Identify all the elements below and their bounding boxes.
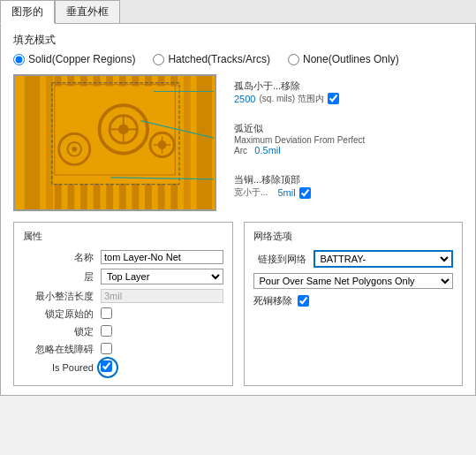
prop-name-row: 名称 [23,250,223,264]
properties-panel: 属性 名称 层 Top Layer Bottom Layer 最小整洁长度 [13,222,233,386]
arc-annotation: 弧近似 Maximum Deviation From Perfect Arc 0… [234,122,463,155]
prop-lock-row: 锁定 [23,325,223,338]
prop-lockorigin-value [101,307,223,321]
arc-sub2: Arc 0.5mil [234,145,463,155]
svg-rect-22 [132,76,139,87]
main-content: 填充模式 Solid(Copper Regions) Hatched(Track… [0,24,476,396]
prop-layer-value: Top Layer Bottom Layer [101,269,223,284]
svg-rect-24 [158,76,165,87]
net-pour-row: Pour Over Same Net Polygons Only Pour Ov… [253,273,454,294]
ispoured-highlight [101,360,112,374]
dead-copper-row: 死铜移除 [253,294,454,307]
svg-rect-18 [80,76,87,87]
remove-sub: 宽小于... [234,186,268,199]
prop-name-value [101,250,223,264]
copper-image [13,74,216,211]
prop-lock-value [101,325,223,338]
orphan-unit: (sq. mils) 范围内 [259,93,323,105]
orphan-value: 2500 [234,94,255,104]
svg-rect-13 [145,184,152,209]
svg-rect-6 [55,184,62,209]
lockorigin-checkbox[interactable] [101,307,112,319]
prop-minlength-label: 最小整洁长度 [23,290,94,303]
ispoured-checkbox[interactable] [101,360,112,372]
radio-hatched-label: Hatched(Tracks/Arcs) [168,53,270,65]
svg-rect-7 [67,184,74,209]
svg-rect-15 [170,184,178,209]
annotations: 孤岛小于...移除 2500 (sq. mils) 范围内 弧近似 Maximu… [234,74,463,211]
prop-layer-row: 层 Top Layer Bottom Layer [23,269,223,284]
net-connect-row: 链接到网络 BATTRAY- GND VCC No Net [253,250,454,268]
arc-title: 弧近似 [234,122,463,135]
svg-rect-5 [197,76,213,209]
remove-title: 当铜...移除顶部 [234,173,463,186]
tab-bar: 图形的 垂直外框 [0,0,476,24]
network-options-title: 网络选项 [253,230,454,243]
prop-ispoured-label: Is Poured [23,362,94,373]
orphan-title: 孤岛小于...移除 [234,80,463,93]
svg-rect-4 [184,76,191,209]
svg-rect-21 [119,76,126,87]
layer-select[interactable]: Top Layer Bottom Layer [101,269,223,284]
prop-ispoured-value [101,360,223,374]
remove-checkbox[interactable] [299,187,311,199]
svg-rect-16 [55,76,62,87]
svg-rect-11 [119,184,126,209]
svg-rect-14 [158,184,165,209]
orphan-checkbox[interactable] [328,93,339,104]
svg-rect-20 [106,76,113,87]
pour-select[interactable]: Pour Over Same Net Polygons Only Pour Ov… [253,273,454,289]
svg-rect-2 [25,76,41,209]
orphan-annotation: 孤岛小于...移除 2500 (sq. mils) 范围内 [234,80,463,105]
prop-ispoured-row: Is Poured [23,360,223,374]
tab-vertical[interactable]: 垂直外框 [55,0,120,23]
remove-value: 5mil [277,187,295,198]
prop-lockorigin-label: 锁定原始的 [23,307,94,321]
radio-solid-label: Solid(Copper Regions) [28,53,135,65]
remove-annotation: 当铜...移除顶部 宽小于... 5mil [234,173,463,199]
bottom-panels: 属性 名称 层 Top Layer Bottom Layer 最小整洁长度 [13,222,463,386]
prop-name-label: 名称 [23,251,94,264]
prop-ignoredrc-label: 忽略在线障碍 [23,343,94,356]
prop-ignoredrc-row: 忽略在线障碍 [23,343,223,356]
svg-rect-8 [80,184,87,209]
prop-layer-label: 层 [23,270,94,284]
dead-copper-checkbox[interactable] [298,295,309,307]
net-connect-select[interactable]: BATTRAY- GND VCC No Net [314,250,454,268]
fill-mode-title: 填充模式 [13,33,463,48]
svg-rect-23 [145,76,152,87]
prop-lock-label: 锁定 [23,325,94,338]
middle-area: 孤岛小于...移除 2500 (sq. mils) 范围内 弧近似 Maximu… [13,74,463,211]
svg-rect-9 [94,184,101,209]
prop-ignoredrc-value [101,343,223,356]
net-connect-label: 链接到网络 [253,253,306,266]
properties-title: 属性 [23,230,223,243]
prop-minlength-row: 最小整洁长度 [23,289,223,303]
svg-rect-25 [170,76,178,87]
radio-solid[interactable]: Solid(Copper Regions) [13,53,135,65]
fill-mode-row: Solid(Copper Regions) Hatched(Tracks/Arc… [13,53,463,65]
network-options-panel: 网络选项 链接到网络 BATTRAY- GND VCC No Net Pour … [244,222,464,386]
radio-none-label: None(Outlines Only) [303,53,399,65]
svg-rect-10 [106,184,113,209]
prop-minlength-value [101,289,223,303]
radio-none-input[interactable] [288,54,299,65]
radio-solid-input[interactable] [13,54,25,65]
radio-hatched[interactable]: Hatched(Tracks/Arcs) [153,53,270,65]
minlength-input [101,289,223,303]
svg-rect-19 [94,76,101,87]
prop-lockorigin-row: 锁定原始的 [23,307,223,321]
net-connect-value: BATTRAY- GND VCC No Net [314,250,454,268]
arc-value: 0.5mil [254,145,280,155]
radio-hatched-input[interactable] [153,54,164,65]
dead-copper-label: 死铜移除 [253,294,292,307]
tab-shapes[interactable]: 图形的 [0,0,55,24]
svg-rect-12 [132,184,139,209]
arc-sub1: Maximum Deviation From Perfect [234,135,463,145]
ignoredrc-checkbox[interactable] [101,343,112,354]
svg-rect-17 [67,76,74,87]
name-input[interactable] [101,250,223,264]
lock-checkbox[interactable] [101,325,112,337]
svg-point-37 [72,147,77,152]
radio-none[interactable]: None(Outlines Only) [288,53,399,65]
